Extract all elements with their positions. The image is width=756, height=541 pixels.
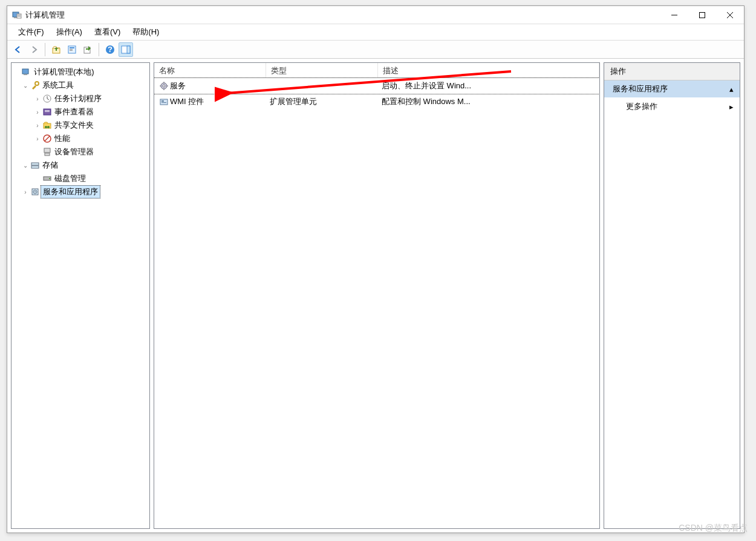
svg-rect-11: [70, 50, 73, 51]
content-pane: 名称 类型 描述 服务 启动、终止并设置 Wind... WMI 控件 扩展管理…: [154, 62, 600, 529]
clock-icon: [42, 94, 53, 103]
device-icon: [42, 147, 53, 157]
computer-icon: [21, 67, 32, 77]
svg-rect-18: [24, 74, 27, 75]
svg-rect-9: [70, 47, 74, 48]
title-bar: 计算机管理: [7, 6, 744, 24]
tree-label: 存储: [41, 159, 60, 171]
tree-label: 磁盘管理: [53, 172, 88, 185]
help-button[interactable]: ?: [103, 42, 117, 57]
tree-label: 事件查看器: [53, 106, 96, 118]
collapse-icon: ▴: [729, 85, 734, 94]
toolbar-separator-2: [99, 43, 99, 56]
chevron-right-icon: ▸: [729, 102, 734, 111]
menu-view[interactable]: 查看(V): [88, 25, 126, 39]
svg-rect-22: [45, 110, 50, 111]
collapse-icon[interactable]: ⌄: [21, 82, 30, 89]
svg-rect-46: [161, 102, 166, 103]
svg-point-34: [49, 178, 50, 179]
svg-rect-24: [44, 123, 51, 128]
maximize-button[interactable]: [688, 6, 716, 24]
tree-system-tools[interactable]: ⌄ 系统工具: [21, 79, 148, 92]
expand-icon[interactable]: ›: [33, 136, 42, 142]
svg-point-37: [34, 191, 36, 192]
svg-point-39: [163, 85, 165, 87]
tree-root[interactable]: 计算机管理(本地): [13, 65, 148, 79]
tree-shared-folders[interactable]: ›共享文件夹: [33, 119, 148, 132]
actions-subheader[interactable]: 服务和应用程序 ▴: [604, 80, 740, 97]
svg-rect-44: [160, 99, 168, 105]
svg-rect-16: [127, 46, 130, 53]
tree-storage[interactable]: ⌄ 存储: [21, 159, 148, 172]
toolbar-separator: [45, 43, 45, 56]
app-icon: [12, 10, 22, 20]
disk-icon: [42, 174, 53, 183]
svg-rect-31: [31, 163, 39, 165]
svg-point-25: [45, 126, 47, 128]
svg-rect-30: [45, 153, 50, 156]
svg-line-48: [227, 71, 511, 93]
svg-rect-45: [161, 100, 164, 102]
performance-icon: [42, 134, 53, 143]
back-button[interactable]: [11, 42, 25, 57]
expand-icon[interactable]: ›: [33, 109, 42, 116]
actions-header: 操作: [604, 63, 740, 80]
tree-event-viewer[interactable]: ›事件查看器: [33, 105, 148, 119]
toolbar: ?: [7, 41, 744, 59]
svg-point-19: [35, 82, 39, 85]
tree-label: 系统工具: [41, 79, 76, 91]
svg-rect-4: [700, 12, 705, 18]
tree-label: 性能: [53, 133, 72, 145]
svg-point-26: [47, 126, 50, 128]
svg-text:?: ?: [108, 45, 112, 54]
services-app-icon: [30, 187, 41, 197]
svg-rect-17: [22, 69, 28, 74]
svg-rect-10: [70, 49, 73, 50]
collapse-icon[interactable]: ⌄: [21, 162, 30, 169]
tree-label: 计算机管理(本地): [32, 66, 96, 78]
menu-help[interactable]: 帮助(H): [126, 25, 165, 39]
window-title: 计算机管理: [25, 10, 660, 21]
menu-action[interactable]: 操作(A): [50, 25, 88, 39]
event-icon: [42, 107, 53, 117]
svg-rect-29: [44, 148, 50, 152]
show-hide-action-pane-button[interactable]: [119, 42, 133, 57]
close-button[interactable]: [716, 6, 744, 24]
menu-file[interactable]: 文件(F): [12, 25, 50, 39]
tree-label: 共享文件夹: [53, 119, 96, 131]
properties-button[interactable]: [65, 42, 79, 57]
menu-bar: 文件(F) 操作(A) 查看(V) 帮助(H): [7, 24, 744, 41]
tree-task-scheduler[interactable]: ›任务计划程序: [33, 92, 148, 105]
forward-button[interactable]: [27, 42, 41, 57]
expand-icon[interactable]: ›: [21, 189, 30, 195]
tree-disk-management[interactable]: 磁盘管理: [33, 172, 148, 185]
tools-icon: [30, 80, 41, 90]
storage-icon: [30, 160, 41, 170]
actions-more[interactable]: 更多操作 ▸: [604, 97, 740, 116]
minimize-button[interactable]: [660, 6, 688, 24]
expand-icon[interactable]: ›: [33, 122, 42, 129]
tree-device-manager[interactable]: 设备管理器: [33, 145, 148, 159]
tree-performance[interactable]: ›性能: [33, 132, 148, 145]
svg-rect-23: [45, 111, 50, 112]
navigation-tree-pane: 计算机管理(本地) ⌄ 系统工具 ›任务计划程序 ›事件查看器: [11, 62, 150, 529]
shared-folder-icon: [42, 120, 53, 130]
tree-label: 设备管理器: [53, 146, 96, 158]
export-list-button[interactable]: [80, 42, 95, 57]
svg-rect-32: [31, 166, 39, 168]
tree-label: 服务和应用程序: [41, 185, 100, 198]
annotation-arrow: [215, 67, 514, 103]
actions-more-label: 更多操作: [626, 101, 657, 112]
up-level-button[interactable]: [49, 42, 64, 57]
tree-label: 任务计划程序: [53, 93, 103, 105]
wmi-icon: [158, 97, 170, 107]
actions-pane: 操作 服务和应用程序 ▴ 更多操作 ▸: [604, 62, 740, 529]
main-body: 计算机管理(本地) ⌄ 系统工具 ›任务计划程序 ›事件查看器: [7, 59, 744, 533]
gear-icon: [158, 81, 170, 91]
tree-services-and-applications[interactable]: › 服务和应用程序: [21, 185, 148, 198]
actions-subheader-label: 服务和应用程序: [613, 84, 668, 94]
expand-icon[interactable]: ›: [33, 96, 42, 102]
